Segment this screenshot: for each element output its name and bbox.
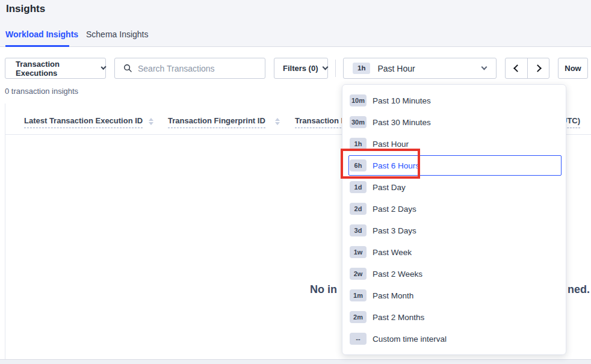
time-option-past-2-months[interactable]: 2m Past 2 Months bbox=[342, 306, 566, 328]
page-header: Insights Workload Insights Schema Insigh… bbox=[0, 0, 591, 47]
now-button[interactable]: Now bbox=[558, 58, 588, 79]
time-option-badge: 30m bbox=[350, 116, 367, 128]
time-option-badge: 2w bbox=[350, 268, 367, 280]
time-option-past-2-weeks[interactable]: 2w Past 2 Weeks bbox=[342, 263, 566, 285]
chevron-down-icon bbox=[101, 64, 107, 70]
search-icon bbox=[123, 64, 132, 73]
time-interval-label: Past Hour bbox=[377, 64, 415, 73]
chevron-right-icon bbox=[534, 64, 542, 72]
insights-count: 0 transaction insights bbox=[5, 87, 78, 96]
time-option-label: Past Week bbox=[373, 248, 412, 257]
time-option-label: Past Hour bbox=[373, 140, 409, 149]
workload-type-select[interactable]: Transaction Executions bbox=[5, 58, 106, 79]
time-option-label: Past 2 Months bbox=[373, 313, 424, 322]
sort-icon[interactable] bbox=[149, 118, 153, 125]
time-option-badge: 1w bbox=[350, 246, 367, 258]
toolbar-divider bbox=[335, 60, 336, 77]
time-option-badge: 1h bbox=[350, 138, 367, 150]
time-option-badge: 1m bbox=[350, 289, 367, 301]
time-option-badge: 2d bbox=[350, 203, 367, 215]
page-title: Insights bbox=[6, 3, 45, 15]
time-option-badge: 1d bbox=[350, 181, 367, 193]
tab-workload-insights[interactable]: Workload Insights bbox=[5, 29, 78, 39]
time-option-label: Past 6 Hours bbox=[373, 161, 419, 170]
time-option-badge: -- bbox=[350, 333, 367, 345]
search-input[interactable] bbox=[138, 64, 265, 73]
now-label: Now bbox=[565, 64, 581, 73]
search-container bbox=[114, 58, 265, 79]
filters-button[interactable]: Filters (0) bbox=[274, 58, 328, 79]
time-option-badge: 6h bbox=[350, 159, 367, 171]
time-interval-badge: 1h bbox=[353, 63, 370, 75]
table-left-border bbox=[5, 103, 5, 359]
empty-state-text-fragment: ned. bbox=[568, 283, 590, 296]
time-option-past-2-days[interactable]: 2d Past 2 Days bbox=[342, 198, 566, 220]
table-bottom-edge bbox=[0, 359, 591, 364]
sort-icon[interactable] bbox=[275, 118, 280, 125]
time-option-past-month[interactable]: 1m Past Month bbox=[342, 285, 566, 306]
time-option-badge: 3d bbox=[350, 224, 367, 236]
chevron-left-icon bbox=[513, 64, 521, 72]
time-option-label: Past 10 Minutes bbox=[373, 96, 431, 105]
time-option-past-30-minutes[interactable]: 30m Past 30 Minutes bbox=[342, 111, 566, 133]
time-step-buttons bbox=[505, 58, 549, 79]
workload-type-label: Transaction Executions bbox=[16, 60, 94, 78]
time-option-label: Past 3 Days bbox=[373, 226, 416, 235]
next-interval-button[interactable] bbox=[527, 58, 549, 78]
filters-label: Filters (0) bbox=[283, 64, 318, 73]
active-tab-underline bbox=[5, 45, 69, 47]
empty-state-text-fragment: No in bbox=[310, 283, 337, 296]
column-header-transaction-fingerprint-id[interactable]: Transaction Fingerprint ID bbox=[168, 116, 265, 128]
time-option-label: Past Day bbox=[373, 183, 406, 192]
previous-interval-button[interactable] bbox=[506, 58, 527, 78]
time-option-label: Past 2 Days bbox=[373, 205, 416, 214]
time-option-label: Past 2 Weeks bbox=[373, 270, 422, 279]
time-option-custom-time-interval[interactable]: -- Custom time interval bbox=[342, 328, 566, 350]
time-option-past-hour[interactable]: 1h Past Hour bbox=[342, 133, 566, 155]
column-header-latest-transaction-execution-id[interactable]: Latest Transaction Execution ID bbox=[24, 116, 143, 128]
time-interval-dropdown: 10m Past 10 Minutes 30m Past 30 Minutes … bbox=[342, 84, 566, 355]
time-option-badge: 10m bbox=[350, 94, 367, 106]
time-option-past-10-minutes[interactable]: 10m Past 10 Minutes bbox=[342, 90, 566, 111]
time-option-label: Past 30 Minutes bbox=[373, 118, 431, 127]
time-option-badge: 2m bbox=[350, 311, 367, 323]
chevron-down-icon bbox=[322, 64, 328, 70]
time-option-past-3-days[interactable]: 3d Past 3 Days bbox=[342, 220, 566, 241]
tab-schema-insights[interactable]: Schema Insights bbox=[86, 29, 149, 39]
time-option-past-week[interactable]: 1w Past Week bbox=[342, 241, 566, 263]
time-option-past-6-hours[interactable]: 6h Past 6 Hours bbox=[342, 155, 566, 176]
time-option-label: Custom time interval bbox=[373, 335, 447, 344]
time-interval-select[interactable]: 1h Past Hour bbox=[343, 58, 497, 79]
chevron-down-icon bbox=[481, 64, 487, 70]
time-option-label: Past Month bbox=[373, 291, 413, 300]
time-option-past-day[interactable]: 1d Past Day bbox=[342, 176, 566, 198]
